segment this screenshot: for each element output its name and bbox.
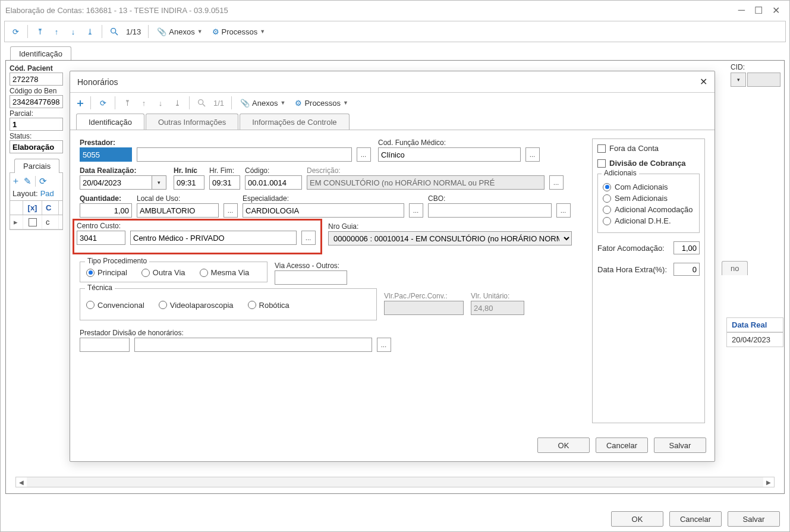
arrow-down-bar-icon[interactable]: ⤓ <box>170 96 184 110</box>
radio-dot-icon <box>603 206 611 214</box>
data-hora-input[interactable] <box>673 263 700 276</box>
cbo-lookup-field: … <box>556 194 571 218</box>
refresh-icon[interactable]: ⟳ <box>96 96 110 110</box>
arrow-down-icon[interactable]: ↓ <box>153 96 168 110</box>
especialidade-label: Especialidade: <box>243 194 404 203</box>
modal-tab-strip: Identificação Outras Informações Informa… <box>76 113 715 130</box>
hr-fim-label: Hr. Fim: <box>209 166 240 175</box>
local-uso-input[interactable] <box>137 203 219 218</box>
descricao-lookup-field: … <box>549 166 564 190</box>
nro-guia-label: Nro Guia: <box>328 222 572 231</box>
arrow-up-bar-icon[interactable]: ⤒ <box>120 96 134 110</box>
prestador-lookup-button[interactable]: … <box>357 147 371 162</box>
prestador-label: Prestador: <box>80 138 132 147</box>
local-uso-lookup-button[interactable]: … <box>224 203 238 218</box>
prestador-name-input[interactable] <box>137 147 352 162</box>
radio-outra-via[interactable]: Outra Via <box>141 268 185 277</box>
fora-conta-check[interactable]: Fora da Conta <box>597 144 700 153</box>
add-icon[interactable]: ＋ <box>75 96 86 110</box>
nro-guia-select[interactable]: 00000006 : 00010014 - EM CONSULTÓRIO (no… <box>328 231 572 245</box>
radio-principal[interactable]: Principal <box>86 268 127 277</box>
calendar-dropdown-icon[interactable]: ▾ <box>152 175 166 190</box>
hr-fim-input[interactable] <box>209 175 240 190</box>
modal-page-indicator: 1/1 <box>211 99 226 108</box>
via-acesso-field: Via Acesso - Outros: <box>275 262 347 285</box>
radio-convencional[interactable]: Convencional <box>86 301 144 310</box>
descricao-input <box>307 175 544 190</box>
via-acesso-label: Via Acesso - Outros: <box>275 262 347 270</box>
modal-left-column: Prestador: … Cod. Função Médico: <box>80 138 585 423</box>
radio-videolaparoscopia[interactable]: Videolaparoscopia <box>159 301 234 310</box>
radio-adicional-dhe[interactable]: Adicional D.H.E. <box>603 216 694 225</box>
centro-custo-lookup-button[interactable]: … <box>301 231 316 245</box>
centro-custo-name-input[interactable] <box>130 231 297 245</box>
modal-titlebar: Honorários ✕ <box>70 71 715 92</box>
codigo-field: Código: <box>245 166 302 190</box>
nro-guia-wrapper: Nro Guia: 00000006 : 00010014 - EM CONSU… <box>328 222 572 245</box>
radio-dot-icon <box>603 194 611 203</box>
modal-ok-button[interactable]: OK <box>537 437 590 453</box>
modal-cancelar-button[interactable]: Cancelar <box>596 437 648 453</box>
cbo-label: CBO: <box>428 194 552 203</box>
vlr-pac-label: Vlr.Pac./Perc.Conv.: <box>384 292 464 300</box>
svg-point-2 <box>199 100 203 105</box>
cbo-lookup-button[interactable]: … <box>556 203 571 218</box>
hr-inic-input[interactable] <box>174 175 204 190</box>
checkbox-icon <box>597 159 606 168</box>
tab-outras-informacoes[interactable]: Outras Informações <box>146 114 238 130</box>
prest-div-code-field: Prestador Divisão de honorários: <box>80 329 130 352</box>
descricao-label: Descrição: <box>307 166 544 175</box>
prestador-lookup-field: … <box>357 138 371 162</box>
cod-funcao-lookup-button[interactable]: … <box>525 147 540 162</box>
modal-processos-menu[interactable]: ⚙ Processos ▼ <box>291 99 352 108</box>
search-icon[interactable] <box>194 96 209 110</box>
processos-label: Processos <box>304 99 341 108</box>
radio-dot-icon <box>86 301 95 309</box>
centro-custo-name-field <box>130 222 297 245</box>
data-realizacao-picker[interactable]: ▾ <box>80 175 169 190</box>
tab-identificacao[interactable]: Identificação <box>76 114 144 130</box>
vlr-pac-input <box>384 301 464 315</box>
centro-custo-code-input[interactable] <box>77 231 125 245</box>
centro-custo-lookup-field: … <box>301 222 316 245</box>
arrow-up-icon[interactable]: ↑ <box>137 96 151 110</box>
prestador-code-field: Prestador: <box>80 138 132 162</box>
descricao-lookup-button[interactable]: … <box>549 175 564 190</box>
cod-funcao-input[interactable] <box>378 147 521 162</box>
especialidade-input[interactable] <box>243 203 404 218</box>
quantidade-input[interactable] <box>80 203 132 218</box>
tecnica-container: Técnica Convencional Videolaparoscopia R… <box>80 288 585 326</box>
honorarios-modal: Honorários ✕ ＋ ⟳ ⤒ ↑ ↓ ⤓ 1/1 <box>70 71 715 462</box>
cbo-input[interactable] <box>428 203 552 218</box>
radio-mesma-via[interactable]: Mesma Via <box>200 268 250 277</box>
local-uso-field: Local de Uso: <box>137 194 219 218</box>
vlr-unit-input <box>471 301 524 315</box>
data-realizacao-input[interactable] <box>80 175 152 190</box>
prest-div-name-input[interactable] <box>134 338 372 352</box>
fora-conta-label: Fora da Conta <box>609 144 659 153</box>
radio-robotica[interactable]: Robótica <box>248 301 289 310</box>
hr-inic-field: Hr. Iníc <box>174 166 204 190</box>
via-acesso-input[interactable] <box>275 270 347 285</box>
tab-informacoes-controle[interactable]: Informações de Controle <box>240 114 349 130</box>
radio-sem-adicionais[interactable]: Sem Adicionais <box>603 194 694 203</box>
data-hora-label: Data Hora Extra(%): <box>597 265 667 274</box>
separator <box>231 96 232 109</box>
modal-anexos-menu[interactable]: 📎 Anexos ▼ <box>237 99 289 108</box>
especialidade-field: Especialidade: <box>243 194 404 218</box>
div-cobranca-check[interactable]: Divisão de Cobrança <box>597 159 700 168</box>
modal-close-icon[interactable]: ✕ <box>700 76 707 87</box>
chevron-down-icon: ▼ <box>343 100 348 106</box>
prest-div-lookup-button[interactable]: … <box>377 338 391 352</box>
div-cobranca-label: Divisão de Cobrança <box>609 159 686 168</box>
hr-fim-field: Hr. Fim: <box>209 166 240 190</box>
prestador-code-input[interactable] <box>80 147 132 162</box>
radio-com-adicionais[interactable]: Com Adicionais <box>603 182 694 191</box>
local-uso-lookup-field: … <box>224 194 238 218</box>
prest-div-code-input[interactable] <box>80 338 130 352</box>
especialidade-lookup-button[interactable]: … <box>409 203 423 218</box>
modal-salvar-button[interactable]: Salvar <box>654 437 706 453</box>
fator-acom-input[interactable] <box>673 241 700 254</box>
codigo-input[interactable] <box>245 175 302 190</box>
radio-adicional-acomodacao[interactable]: Adicional Acomodação <box>603 205 694 214</box>
